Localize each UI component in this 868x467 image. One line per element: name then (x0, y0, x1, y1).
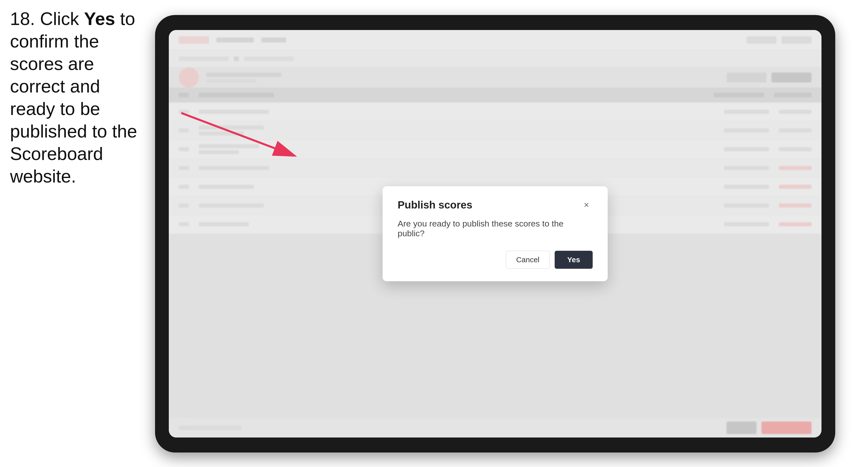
publish-scores-modal: Publish scores × Are you ready to publis… (382, 186, 608, 281)
modal-footer: Cancel Yes (398, 251, 593, 269)
yes-button[interactable]: Yes (555, 251, 593, 269)
bold-yes: Yes (84, 9, 115, 29)
cancel-button[interactable]: Cancel (506, 251, 550, 269)
tablet-screen: Publish scores × Are you ready to publis… (169, 30, 822, 437)
modal-overlay: Publish scores × Are you ready to publis… (169, 30, 822, 437)
tablet-device: Publish scores × Are you ready to publis… (155, 15, 835, 453)
modal-body: Are you ready to publish these scores to… (398, 219, 593, 238)
intro-text: Click (35, 9, 84, 29)
modal-title: Publish scores (398, 199, 472, 211)
instruction-text: 18. Click Yes to confirm the scores are … (10, 7, 150, 187)
instruction-body: to confirm the scores are correct and re… (10, 9, 137, 186)
modal-close-button[interactable]: × (580, 199, 593, 211)
modal-header: Publish scores × (398, 199, 593, 211)
step-number: 18. (10, 9, 35, 29)
